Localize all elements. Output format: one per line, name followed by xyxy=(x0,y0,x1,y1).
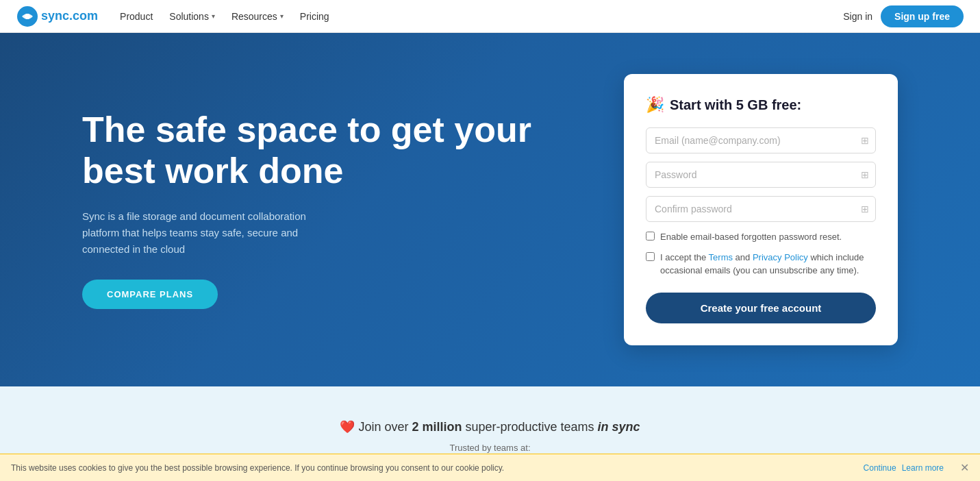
chevron-down-icon: ▾ xyxy=(212,12,215,20)
million-text: 2 million xyxy=(412,420,462,434)
privacy-policy-link[interactable]: Privacy Policy xyxy=(753,252,808,262)
forgot-password-label: Enable email-based forgotten password re… xyxy=(660,230,842,244)
email-group: ⊞ xyxy=(646,127,876,153)
cookie-learn-more-link[interactable]: Learn more xyxy=(902,463,944,473)
chevron-down-icon: ▾ xyxy=(280,12,284,20)
create-account-button[interactable]: Create your free account xyxy=(646,293,876,323)
logo-dotcom: .com xyxy=(69,9,98,23)
logo[interactable]: sync.com xyxy=(16,5,98,27)
card-title-text: Start with 5 GB free: xyxy=(670,97,801,113)
sign-up-button[interactable]: Sign up free xyxy=(881,5,964,27)
email-input[interactable] xyxy=(646,127,876,153)
terms-label: I accept the Terms and Privacy Policy wh… xyxy=(660,251,876,278)
confirm-password-group: ⊞ xyxy=(646,196,876,222)
svg-point-1 xyxy=(25,14,30,19)
hero-left: The safe space to get your best work don… xyxy=(82,110,624,309)
nav-links: Product Solutions ▾ Resources ▾ Pricing xyxy=(120,11,843,22)
forgot-password-checkbox-group: Enable email-based forgotten password re… xyxy=(646,230,876,244)
password-group: ⊞ xyxy=(646,162,876,188)
password-input[interactable] xyxy=(646,162,876,188)
terms-checkbox-group: I accept the Terms and Privacy Policy wh… xyxy=(646,251,876,278)
party-emoji: 🎉 xyxy=(646,96,664,114)
heart-icon: ❤️ xyxy=(340,420,355,434)
forgot-password-checkbox[interactable] xyxy=(646,232,655,241)
navbar: sync.com Product Solutions ▾ Resources ▾… xyxy=(0,0,980,33)
cookie-close-button[interactable]: ✕ xyxy=(960,461,969,474)
cookie-continue-link[interactable]: Continue xyxy=(864,463,896,473)
signup-card: 🎉 Start with 5 GB free: ⊞ ⊞ ⊞ Enable ema… xyxy=(624,74,898,345)
hero-subtext: Sync is a file storage and document coll… xyxy=(82,208,342,258)
social-headline: ❤️ Join over 2 million super-productive … xyxy=(27,419,953,434)
password-icon: ⊞ xyxy=(861,169,869,180)
trusted-label: Trusted by teams at: xyxy=(27,443,953,453)
in-sync-text: in sync xyxy=(598,420,640,434)
terms-link[interactable]: Terms xyxy=(709,252,733,262)
hero-section: The safe space to get your best work don… xyxy=(0,33,980,386)
confirm-password-input[interactable] xyxy=(646,196,876,222)
logo-text: sync.com xyxy=(41,9,98,23)
nav-resources[interactable]: Resources ▾ xyxy=(231,11,284,22)
logo-sync: sync xyxy=(41,9,69,23)
compare-plans-button[interactable]: COMPARE PLANS xyxy=(82,280,218,309)
card-title: 🎉 Start with 5 GB free: xyxy=(646,96,876,114)
cookie-bar: This website uses cookies to give you th… xyxy=(0,454,980,481)
email-icon: ⊞ xyxy=(861,135,869,146)
logo-icon xyxy=(16,5,38,27)
hero-headline: The safe space to get your best work don… xyxy=(82,110,596,192)
nav-right: Sign in Sign up free xyxy=(843,5,964,27)
terms-checkbox[interactable] xyxy=(646,252,655,261)
nav-pricing[interactable]: Pricing xyxy=(300,11,329,22)
confirm-password-icon: ⊞ xyxy=(861,204,869,214)
sign-in-link[interactable]: Sign in xyxy=(843,11,872,22)
cookie-links: Continue Learn more ✕ xyxy=(864,461,969,474)
cookie-message: This website uses cookies to give you th… xyxy=(11,463,504,473)
nav-solutions[interactable]: Solutions ▾ xyxy=(169,11,215,22)
nav-product[interactable]: Product xyxy=(120,11,153,22)
